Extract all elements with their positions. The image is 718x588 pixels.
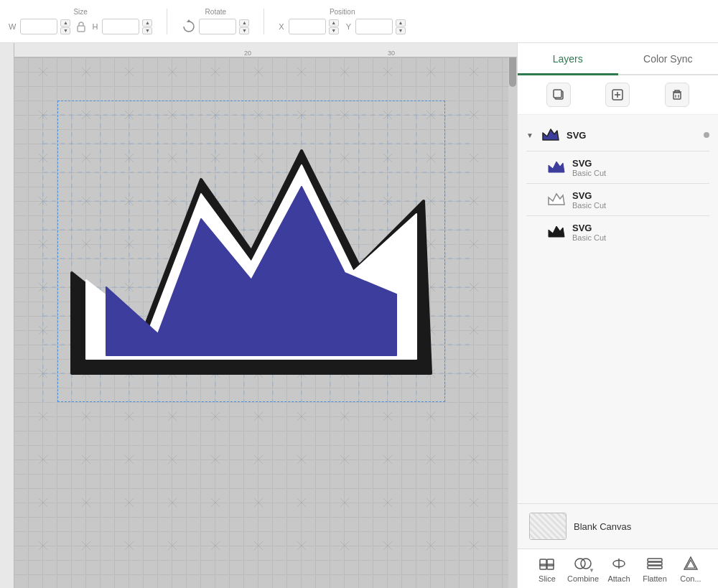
svg-marker-14 — [549, 162, 564, 172]
separator-3 — [526, 215, 709, 216]
svg-rect-24 — [648, 559, 662, 561]
width-spinner[interactable]: ▲ ▼ — [60, 19, 70, 34]
tab-layers[interactable]: Layers — [518, 43, 618, 75]
crown-group-icon — [541, 127, 560, 143]
svg-rect-26 — [648, 566, 662, 569]
position-group: Position X ▲ ▼ Y ▲ ▼ — [279, 8, 406, 34]
svg-rect-25 — [648, 562, 662, 565]
rotate-inputs: ▲ ▼ — [182, 19, 249, 34]
slice-svg-icon — [538, 556, 556, 571]
height-input[interactable] — [102, 19, 139, 34]
height-up-arrow[interactable]: ▲ — [142, 19, 152, 27]
h-label: H — [92, 22, 98, 31]
layer-black-name: SVG — [572, 223, 709, 233]
combine-tool[interactable]: ▼ Combine — [565, 555, 601, 583]
width-up-arrow[interactable]: ▲ — [60, 19, 70, 27]
add-layer-button[interactable] — [605, 83, 630, 107]
width-down-arrow[interactable]: ▼ — [60, 27, 70, 34]
divider-2 — [264, 9, 264, 34]
size-group: Size W ▲ ▼ H ▲ ▼ — [9, 8, 152, 34]
main-area: 20 30 Layers Color Sync — [0, 43, 718, 588]
tab-color-sync[interactable]: Color Sync — [618, 43, 719, 75]
layer-outline-crown-icon — [546, 190, 567, 210]
y-input[interactable] — [355, 19, 393, 34]
layer-group-svg[interactable]: ▼ SVG — [518, 121, 718, 149]
crown-blue-icon — [547, 159, 566, 175]
layer-outline-info: SVG Basic Cut — [572, 190, 709, 210]
x-up-arrow[interactable]: ▲ — [329, 19, 339, 27]
attach-label: Attach — [607, 574, 630, 583]
slice-label: Slice — [538, 574, 556, 583]
rotate-group: Rotate ▲ ▼ — [182, 8, 249, 34]
panel-toolbar — [518, 75, 718, 115]
canvas-label: Blank Canvas — [574, 521, 631, 532]
layer-blue-crown-icon — [546, 157, 567, 177]
layers-list[interactable]: ▼ SVG — [518, 115, 718, 503]
y-spinner[interactable]: ▲ ▼ — [396, 19, 406, 34]
top-toolbar: Size W ▲ ▼ H ▲ ▼ Rotate — [0, 0, 718, 43]
layer-group-info: SVG — [567, 130, 698, 141]
w-label: W — [9, 22, 16, 31]
layer-black-crown-icon — [546, 222, 567, 242]
svg-marker-13 — [543, 129, 559, 140]
layer-blue-sub: Basic Cut — [572, 169, 709, 177]
flatten-tool[interactable]: Flatten — [637, 555, 673, 583]
layer-item-outline[interactable]: SVG Basic Cut — [518, 185, 718, 214]
layer-outline-name: SVG — [572, 190, 709, 201]
svg-point-21 — [575, 559, 585, 569]
trash-icon — [671, 88, 684, 101]
combine-label: Combine — [567, 574, 599, 583]
size-inputs: W ▲ ▼ H ▲ ▼ — [9, 19, 152, 34]
x-down-arrow[interactable]: ▼ — [329, 27, 339, 34]
copy-layer-button[interactable] — [546, 83, 571, 107]
svg-rect-0 — [78, 26, 85, 32]
rotate-spinner[interactable]: ▲ ▼ — [239, 19, 249, 34]
svg-rect-10 — [673, 93, 681, 99]
contour-tool[interactable]: Con... — [673, 555, 709, 583]
combine-dropdown-arrow[interactable]: ▼ — [589, 567, 595, 574]
height-down-arrow[interactable]: ▼ — [142, 27, 152, 34]
copy-icon — [552, 88, 565, 101]
layer-black-sub: Basic Cut — [572, 233, 709, 242]
layer-item-blue[interactable]: SVG Basic Cut — [518, 153, 718, 182]
delete-layer-button[interactable] — [665, 83, 689, 107]
attach-tool[interactable]: Attach — [601, 555, 637, 583]
flatten-icon — [645, 555, 665, 572]
layer-black-info: SVG Basic Cut — [572, 223, 709, 242]
layer-visibility-dot[interactable] — [704, 132, 709, 138]
ruler-top: 20 30 — [0, 43, 517, 57]
ruler-left — [0, 43, 14, 588]
y-label: Y — [346, 22, 351, 31]
vertical-scrollbar[interactable] — [508, 43, 517, 588]
slice-tool[interactable]: Slice — [529, 555, 565, 583]
layer-blue-info: SVG Basic Cut — [572, 158, 709, 177]
contour-icon — [681, 555, 701, 572]
ruler-mark-20: 20 — [244, 50, 251, 57]
layer-blue-name: SVG — [572, 158, 709, 169]
rotate-down-arrow[interactable]: ▼ — [239, 27, 249, 34]
x-label: X — [279, 22, 284, 31]
layer-item-black[interactable]: SVG Basic Cut — [518, 218, 718, 246]
canvas-area[interactable]: 20 30 — [0, 43, 517, 588]
rotate-input[interactable] — [199, 19, 236, 34]
flatten-label: Flatten — [643, 574, 667, 583]
svg-marker-15 — [549, 194, 564, 205]
layer-group-icon — [541, 125, 561, 145]
divider-1 — [167, 9, 167, 34]
lock-icon — [76, 21, 86, 32]
slice-icon — [537, 555, 557, 572]
rotate-label: Rotate — [205, 8, 226, 16]
x-spinner[interactable]: ▲ ▼ — [329, 19, 339, 34]
y-up-arrow[interactable]: ▲ — [396, 19, 406, 27]
width-input[interactable] — [20, 19, 57, 34]
ruler-mark-30: 30 — [388, 50, 395, 57]
y-down-arrow[interactable]: ▼ — [396, 27, 406, 34]
rotate-up-arrow[interactable]: ▲ — [239, 19, 249, 27]
canvas-section: Blank Canvas — [518, 503, 718, 549]
expand-icon[interactable]: ▼ — [526, 131, 535, 139]
contour-svg-icon — [681, 556, 700, 571]
height-spinner[interactable]: ▲ ▼ — [142, 19, 152, 34]
crown-container[interactable] — [57, 101, 445, 402]
x-input[interactable] — [289, 19, 326, 34]
rotate-icon — [182, 19, 196, 34]
